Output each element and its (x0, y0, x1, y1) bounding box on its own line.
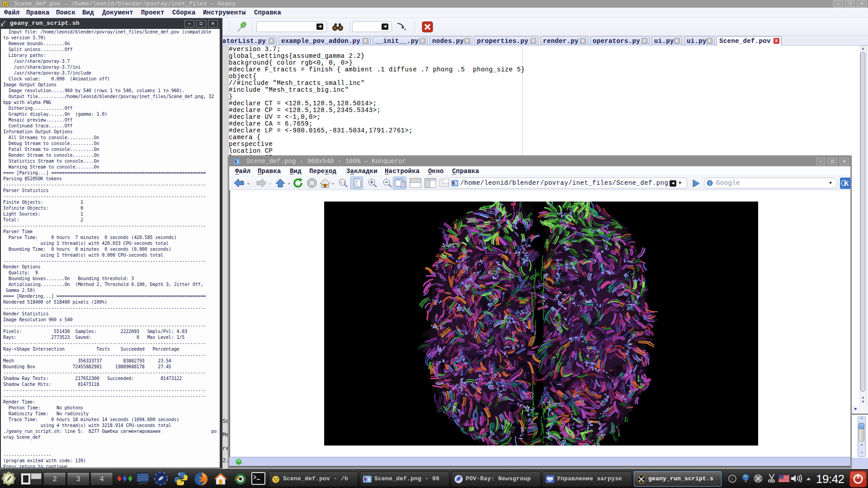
svg-text:1:1: 1:1 (340, 181, 346, 184)
svg-text:i: i (731, 476, 733, 482)
